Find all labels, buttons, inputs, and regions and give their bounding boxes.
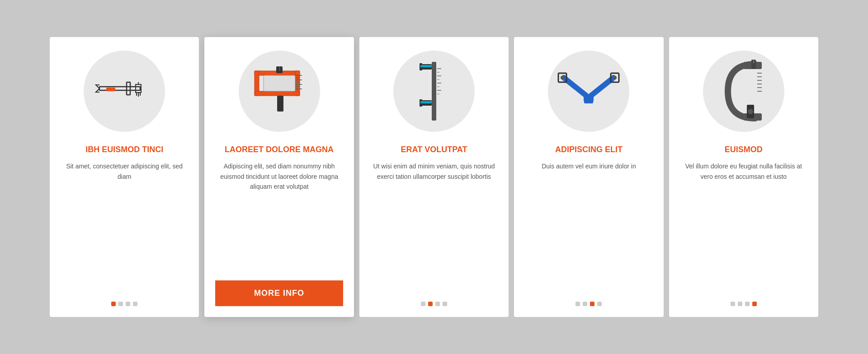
cards-container: IBH EUISMOD TINCI Sit amet, consectetuer… [50, 37, 818, 317]
svg-rect-23 [432, 62, 436, 121]
card-5-dots [731, 302, 757, 306]
dot-5-2 [738, 302, 742, 306]
dot-5-4 [752, 302, 757, 306]
more-info-button[interactable]: MORE INFO [215, 280, 343, 306]
dot-5-3 [745, 302, 750, 306]
card-3-dots [421, 302, 447, 306]
card-3-body: Ut wisi enim ad minim veniam, quis nostr… [370, 161, 498, 291]
dot-1-2 [118, 302, 123, 306]
card-5-title: EUISMOD [725, 144, 763, 155]
dot-1-3 [126, 302, 130, 306]
icon-circle-3 [393, 51, 475, 132]
svg-rect-11 [255, 91, 300, 96]
svg-rect-0 [99, 87, 140, 90]
clamp-tool-2-icon [245, 66, 313, 116]
card-3: ERAT VOLUTPAT Ut wisi enim ad minim veni… [359, 37, 509, 317]
card-3-title: ERAT VOLUTPAT [401, 144, 467, 155]
svg-rect-1 [127, 82, 130, 95]
icon-circle-4 [548, 51, 629, 132]
c-clamp-tool-icon [719, 60, 769, 123]
svg-rect-2 [106, 88, 115, 91]
card-4-dots [576, 302, 602, 306]
card-1-dots [111, 302, 137, 306]
bracket-tool-icon [555, 69, 623, 114]
dot-3-4 [443, 302, 447, 306]
card-1-body: Sit amet, consectetuer adipiscing elit, … [61, 161, 188, 291]
dot-4-4 [597, 302, 602, 306]
dot-3-1 [421, 302, 425, 306]
dot-4-3 [590, 302, 594, 306]
card-4-title: ADIPISCING ELIT [555, 144, 623, 155]
caliper-tool-icon [416, 60, 452, 123]
dot-3-3 [435, 302, 440, 306]
card-2: LAOREET DOLORE MAGNA Adipiscing elit, se… [204, 37, 354, 317]
card-5-body: Vel illum dolore eu feugiat nulla facili… [680, 161, 807, 291]
svg-point-41 [561, 76, 564, 79]
svg-point-54 [748, 109, 753, 114]
svg-point-42 [613, 76, 617, 79]
svg-rect-26 [420, 65, 432, 67]
clamp-tool-1-icon [95, 73, 154, 109]
icon-circle-1 [84, 51, 165, 132]
dot-5-1 [731, 302, 735, 306]
icon-circle-2 [239, 51, 320, 132]
dot-4-1 [576, 302, 580, 306]
card-2-title: LAOREET DOLORE MAGNA [225, 144, 334, 155]
dot-3-2 [428, 302, 433, 306]
svg-rect-29 [420, 101, 432, 103]
icon-circle-5 [703, 51, 784, 132]
card-4-body: Duis autem vel eum iriure dolor in [542, 161, 636, 291]
dot-1-1 [111, 302, 116, 306]
card-4: ADIPISCING ELIT Duis autem vel eum iriur… [514, 37, 663, 317]
card-2-body: Adipiscing elit, sed diam nonummy nibh e… [215, 161, 343, 270]
card-5: EUISMOD Vel illum dolore eu feugiat null… [669, 37, 818, 317]
dot-1-4 [133, 302, 137, 306]
svg-rect-14 [264, 75, 295, 91]
card-1-title: IBH EUISMOD TINCI [85, 144, 163, 155]
dot-4-2 [583, 302, 587, 306]
svg-rect-40 [584, 98, 593, 103]
svg-rect-15 [277, 96, 283, 112]
card-1: IBH EUISMOD TINCI Sit amet, consectetuer… [50, 37, 199, 317]
